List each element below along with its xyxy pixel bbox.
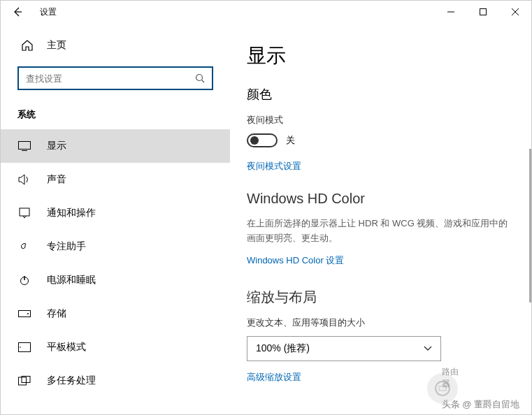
color-section-heading: 颜色 xyxy=(247,86,510,103)
sidebar-item-label: 多任务处理 xyxy=(47,374,96,387)
storage-icon xyxy=(17,307,31,321)
night-mode-label: 夜间模式 xyxy=(247,114,510,126)
scale-value: 100% (推荐) xyxy=(256,342,310,355)
focus-icon xyxy=(17,240,31,254)
sidebar-item-display[interactable]: 显示 xyxy=(1,129,230,163)
svg-rect-16 xyxy=(19,377,27,385)
hdcolor-description: 在上面所选择的显示器上让 HDR 和 WCG 视频、游戏和应用中的画面更明亮、更… xyxy=(247,217,510,246)
scrollbar[interactable] xyxy=(529,149,531,303)
power-icon xyxy=(17,273,31,287)
sidebar-item-tablet[interactable]: 平板模式 xyxy=(1,330,230,364)
sound-icon xyxy=(17,173,31,187)
svg-point-15 xyxy=(20,347,21,348)
sidebar-item-notifications[interactable]: 通知和操作 xyxy=(1,196,230,230)
home-link[interactable]: 主页 xyxy=(1,31,230,59)
scale-select[interactable]: 100% (推荐) xyxy=(247,336,441,361)
home-label: 主页 xyxy=(47,39,66,52)
sidebar-item-power[interactable]: 电源和睡眠 xyxy=(1,263,230,297)
sidebar-item-multitask[interactable]: 多任务处理 xyxy=(1,364,230,398)
sidebar-item-sound[interactable]: 声音 xyxy=(1,163,230,196)
advanced-scale-link[interactable]: 高级缩放设置 xyxy=(247,371,510,384)
sidebar-item-label: 专注助手 xyxy=(47,240,86,253)
watermark: 路由器 头条 @ 董爵自留地 xyxy=(442,398,519,411)
sidebar-item-label: 声音 xyxy=(47,173,66,186)
back-button[interactable] xyxy=(9,3,26,20)
sidebar-item-label: 通知和操作 xyxy=(47,207,96,219)
sidebar-item-label: 显示 xyxy=(47,140,66,152)
maximize-button[interactable] xyxy=(467,1,499,23)
display-icon xyxy=(17,139,31,153)
scale-label: 更改文本、应用等项目的大小 xyxy=(247,316,510,329)
chevron-down-icon xyxy=(424,346,432,351)
sidebar-item-focus[interactable]: 专注助手 xyxy=(1,230,230,263)
watermark-badge-text: 路由器 xyxy=(442,366,459,390)
page-heading: 显示 xyxy=(247,43,510,69)
tablet-icon xyxy=(17,340,31,354)
svg-rect-2 xyxy=(480,9,487,15)
svg-rect-9 xyxy=(20,208,29,216)
sidebar: 主页 系统 显示 声音 通知和操作 xyxy=(1,23,230,414)
svg-rect-7 xyxy=(19,142,31,150)
watermark-text: 头条 @ 董爵自留地 xyxy=(442,398,519,411)
svg-line-6 xyxy=(202,80,205,83)
section-label: 系统 xyxy=(1,103,230,129)
titlebar: 设置 xyxy=(1,1,531,23)
sidebar-item-label: 电源和睡眠 xyxy=(47,274,96,286)
scale-heading: 缩放与布局 xyxy=(247,288,510,307)
search-icon xyxy=(195,73,205,83)
notification-icon xyxy=(17,206,31,220)
main-panel: 显示 颜色 夜间模式 关 夜间模式设置 Windows HD Color 在上面… xyxy=(230,23,531,414)
hdcolor-heading: Windows HD Color xyxy=(247,191,510,207)
sidebar-item-storage[interactable]: 存储 xyxy=(1,297,230,330)
home-icon xyxy=(20,38,34,52)
night-mode-settings-link[interactable]: 夜间模式设置 xyxy=(247,160,510,173)
sidebar-item-label: 平板模式 xyxy=(47,341,86,354)
hdcolor-settings-link[interactable]: Windows HD Color 设置 xyxy=(247,254,510,267)
search-input[interactable] xyxy=(17,66,213,90)
minimize-button[interactable] xyxy=(435,1,467,23)
close-button[interactable] xyxy=(499,1,531,23)
svg-point-13 xyxy=(27,313,29,314)
sidebar-item-label: 存储 xyxy=(47,307,66,320)
window-title: 设置 xyxy=(40,6,57,18)
search-field[interactable] xyxy=(26,73,195,84)
multitask-icon xyxy=(17,374,31,388)
night-mode-toggle[interactable] xyxy=(247,133,278,147)
svg-point-5 xyxy=(196,75,203,81)
night-mode-state: 关 xyxy=(286,134,295,147)
